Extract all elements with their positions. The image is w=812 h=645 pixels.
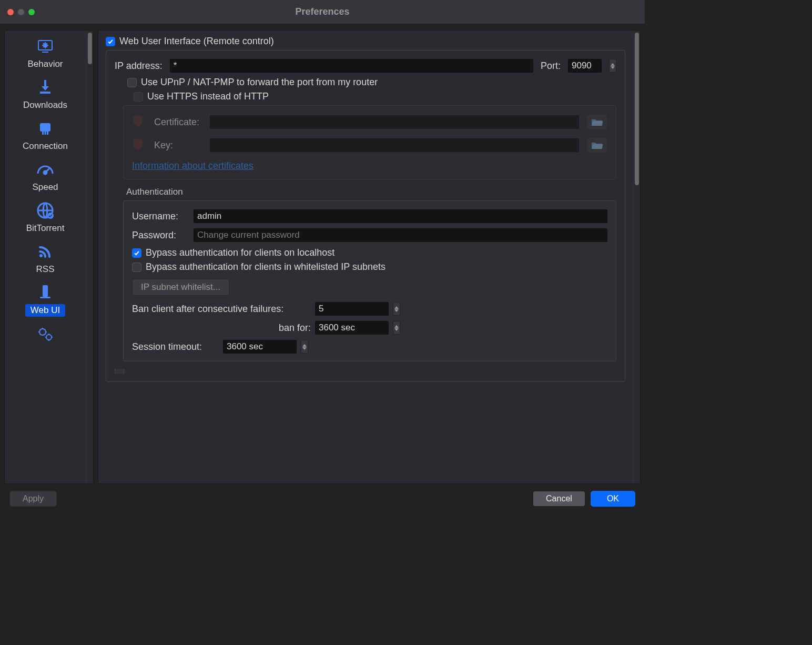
svg-rect-13 [43, 285, 48, 297]
apply-button[interactable]: Apply [9, 491, 57, 507]
username-label: Username: [132, 211, 187, 222]
sidebar-item-label: Downloads [18, 99, 73, 112]
zoom-window-icon[interactable] [28, 9, 35, 15]
bypass-localhost-label: Bypass authentication for clients on loc… [146, 247, 334, 258]
dialog-footer: Apply Cancel OK [0, 484, 645, 513]
svg-point-2 [44, 44, 47, 47]
shield-icon [132, 138, 144, 153]
cancel-button[interactable]: Cancel [533, 491, 585, 507]
webui-icon [5, 281, 86, 304]
sidebar-item-label: Web UI [25, 304, 65, 317]
key-label: Key: [154, 140, 202, 151]
bypass-localhost-checkbox[interactable] [132, 248, 141, 258]
sidebar-item-label: Speed [27, 181, 63, 194]
behavior-icon [5, 35, 86, 58]
sidebar-item-advanced[interactable] [5, 320, 86, 348]
use-https-checkbox[interactable] [134, 92, 143, 102]
use-https-label: Use HTTPS instead of HTTP [147, 91, 269, 102]
bypass-whitelist-label: Bypass authentication for clients in whi… [146, 261, 385, 273]
minimize-window-icon[interactable] [18, 9, 24, 15]
window-traffic-lights [7, 9, 35, 15]
titlebar: Preferences [0, 0, 645, 24]
certificate-label: Certificate: [154, 117, 202, 128]
bittorrent-icon [5, 199, 86, 222]
ban-failures-input[interactable] [315, 302, 389, 316]
svg-rect-6 [45, 132, 46, 135]
sidebar-item-label: Behavior [22, 58, 68, 70]
alt-webui-checkbox[interactable] [115, 369, 124, 374]
preferences-main-panel: Web User Interface (Remote control) IP a… [98, 30, 641, 484]
password-label: Password: [132, 230, 187, 241]
window-title: Preferences [0, 6, 645, 17]
sidebar-item-label: Connection [17, 140, 73, 153]
main-scrollbar[interactable] [633, 31, 640, 483]
sidebar-item-bittorrent[interactable]: BitTorrent [5, 197, 86, 238]
ok-button[interactable]: OK [591, 491, 635, 507]
ban-failures-stepper[interactable] [393, 302, 400, 316]
svg-point-16 [46, 335, 52, 340]
port-label: Port: [541, 61, 561, 72]
enable-webui-checkbox[interactable] [106, 37, 115, 46]
sidebar-scrollbar[interactable] [86, 31, 93, 483]
svg-rect-14 [40, 297, 50, 298]
authentication-title: Authentication [126, 187, 616, 197]
sidebar-item-speed[interactable]: Speed [5, 156, 86, 197]
sidebar-scrollbar-thumb[interactable] [88, 33, 92, 64]
sidebar-item-label: BitTorrent [21, 222, 70, 235]
ban-for-label: ban for: [132, 323, 311, 334]
ban-failures-label: Ban client after consecutive failures: [132, 304, 311, 315]
advanced-icon [5, 322, 86, 345]
session-timeout-input[interactable] [223, 340, 297, 354]
sidebar-item-label: RSS [31, 263, 60, 276]
svg-rect-3 [40, 92, 50, 94]
bypass-whitelist-checkbox[interactable] [132, 263, 141, 272]
session-timeout-label: Session timeout: [132, 341, 219, 352]
username-input[interactable] [194, 209, 607, 223]
svg-point-12 [39, 254, 43, 257]
certificates-info-link[interactable]: Information about certificates [132, 160, 253, 171]
preferences-sidebar: Behavior Downloads Connection Speed [4, 30, 94, 484]
sidebar-item-rss[interactable]: RSS [5, 238, 86, 279]
port-input[interactable] [568, 59, 602, 73]
sidebar-item-behavior[interactable]: Behavior [5, 33, 86, 74]
svg-rect-7 [47, 132, 48, 135]
ban-for-input[interactable] [315, 321, 389, 335]
shield-icon [132, 115, 144, 130]
close-window-icon[interactable] [7, 9, 14, 15]
ip-address-input[interactable] [170, 59, 533, 73]
sidebar-item-webui[interactable]: Web UI [5, 279, 86, 320]
port-stepper[interactable] [609, 59, 616, 73]
ban-for-stepper[interactable] [393, 321, 400, 335]
rss-icon [5, 240, 86, 263]
main-scrollbar-thumb[interactable] [635, 33, 639, 185]
upnp-checkbox[interactable] [127, 78, 137, 87]
key-browse-button [586, 137, 607, 153]
enable-webui-label: Web User Interface (Remote control) [119, 36, 274, 47]
downloads-icon [5, 76, 86, 99]
speed-icon [5, 158, 86, 181]
connection-icon [5, 117, 86, 140]
svg-rect-4 [40, 123, 50, 132]
session-timeout-stepper[interactable] [301, 340, 308, 354]
ip-address-label: IP address: [115, 61, 163, 72]
upnp-label: Use UPnP / NAT-PMP to forward the port f… [141, 77, 378, 88]
password-input[interactable] [194, 228, 607, 242]
key-input [210, 138, 579, 152]
svg-rect-5 [42, 132, 44, 135]
sidebar-item-downloads[interactable]: Downloads [5, 74, 86, 115]
certificate-input [210, 115, 579, 129]
sidebar-item-connection[interactable]: Connection [5, 115, 86, 156]
certificate-browse-button [586, 114, 607, 130]
ip-subnet-whitelist-button[interactable]: IP subnet whitelist... [132, 279, 229, 296]
